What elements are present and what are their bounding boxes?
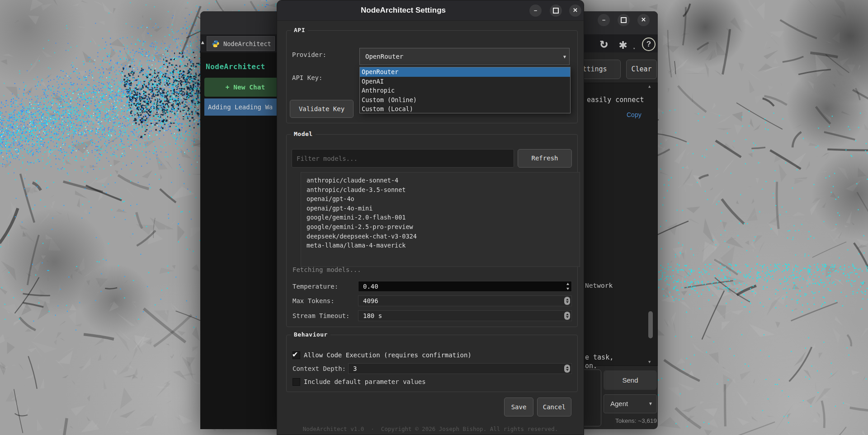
agent-mode-value: Agent bbox=[610, 400, 628, 407]
scroll-down-icon[interactable]: ▼ bbox=[648, 360, 651, 364]
minimize-button[interactable]: – bbox=[529, 5, 542, 17]
spinner-control[interactable] bbox=[564, 297, 570, 305]
provider-label: Provider: bbox=[292, 51, 326, 58]
fetching-status: Fetching models... bbox=[292, 266, 361, 273]
provider-value: OpenRouter bbox=[365, 48, 403, 65]
context-depth-value: 3 bbox=[353, 364, 357, 374]
allow-code-label: Allow Code Execution (requires confirmat… bbox=[304, 351, 472, 359]
api-section-legend: API bbox=[291, 27, 308, 33]
new-chat-button[interactable]: + New Chat bbox=[204, 78, 286, 97]
model-list-item[interactable]: google/gemini-2.5-pro-preview bbox=[307, 222, 580, 232]
sidebar-app-title: NodeArchitect bbox=[206, 62, 265, 71]
gear-dropdown-caret-icon[interactable]: ▾ bbox=[633, 46, 635, 51]
check-icon: ✔ bbox=[292, 349, 297, 359]
tab-scroll-marker-icon[interactable]: ▲ bbox=[201, 39, 204, 45]
include-defaults-label: Include default parameter values bbox=[304, 378, 426, 385]
chat-text-fragment: e task, bbox=[585, 353, 613, 361]
model-list-item[interactable]: deepseek/deepseek-chat-v3-0324 bbox=[307, 232, 580, 241]
max-tokens-input[interactable]: 4096 bbox=[358, 295, 572, 306]
max-tokens-label: Max Tokens: bbox=[292, 297, 335, 304]
chat-text-fragment: on. bbox=[585, 362, 597, 370]
chat-text-fragment: easily connect bbox=[587, 96, 644, 104]
save-button[interactable]: Save bbox=[504, 398, 533, 416]
python-logo-icon bbox=[212, 40, 220, 48]
chat-history-item[interactable]: Adding Leading Wa bbox=[204, 98, 286, 116]
maximize-icon bbox=[621, 17, 627, 23]
close-button[interactable]: ✕ bbox=[569, 5, 581, 17]
settings-dialog: NodeArchitect Settings – ✕ API Provider:… bbox=[277, 0, 584, 435]
scrollbar-thumb[interactable] bbox=[648, 311, 653, 338]
include-defaults-checkbox[interactable]: ✔ bbox=[292, 378, 300, 386]
gear-icon[interactable]: ✱ bbox=[619, 36, 627, 52]
provider-select[interactable]: OpenRouter ▼ bbox=[359, 48, 570, 65]
behaviour-section: Behaviour ✔ Allow Code Execution (requir… bbox=[286, 335, 578, 392]
maximize-button[interactable] bbox=[550, 5, 562, 17]
model-list-item[interactable]: openai/gpt-4o bbox=[307, 194, 580, 204]
api-key-label: API Key: bbox=[292, 74, 322, 81]
dialog-title: NodeArchitect Settings bbox=[277, 0, 529, 20]
minimize-button[interactable]: – bbox=[598, 14, 610, 26]
send-button[interactable]: Send bbox=[604, 370, 657, 390]
help-icon[interactable]: ? bbox=[642, 37, 656, 51]
validate-key-button[interactable]: Validate Key bbox=[290, 100, 354, 118]
spinner-control[interactable] bbox=[564, 365, 570, 373]
token-count: Tokens: ~3,619 bbox=[604, 417, 657, 424]
scroll-up-icon[interactable]: ▲ bbox=[648, 84, 651, 89]
refresh-button[interactable]: Refresh bbox=[518, 149, 572, 168]
model-list-item[interactable]: google/gemini-2.0-flash-001 bbox=[307, 213, 580, 222]
model-section-legend: Model bbox=[291, 131, 316, 137]
tab-nodearchitect[interactable]: NodeArchitect bbox=[207, 36, 275, 51]
max-tokens-value: 4096 bbox=[363, 296, 378, 306]
temperature-input[interactable]: 0.40 bbox=[358, 281, 572, 292]
model-list-item[interactable]: anthropic/claude-3.5-sonnet bbox=[307, 185, 580, 195]
provider-option[interactable]: Custom (Online) bbox=[360, 95, 570, 105]
sidebar: NodeArchitect + New Chat Adding Leading … bbox=[200, 52, 286, 429]
copy-link[interactable]: Copy bbox=[627, 111, 642, 118]
maximize-icon bbox=[553, 8, 559, 14]
cancel-button[interactable]: Cancel bbox=[537, 398, 571, 416]
chevron-down-icon: ▼ bbox=[563, 54, 566, 59]
chat-scrollbar[interactable]: ▲ ▼ bbox=[648, 84, 653, 364]
allow-code-checkbox[interactable]: ✔ bbox=[292, 351, 300, 359]
clear-button[interactable]: Clear bbox=[626, 60, 657, 79]
model-list-item[interactable]: anthropic/claude-sonnet-4 bbox=[307, 176, 580, 185]
model-list-item[interactable]: openai/gpt-4o-mini bbox=[307, 204, 580, 213]
agent-mode-select[interactable]: Agent ▼ bbox=[604, 394, 657, 413]
chevron-down-icon: ▼ bbox=[648, 395, 653, 413]
provider-option[interactable]: Custom (Local) bbox=[360, 104, 570, 114]
stream-timeout-value: 180 s bbox=[363, 311, 382, 321]
dialog-footer: NodeArchitect v1.0 · Copyright © 2026 Jo… bbox=[277, 426, 584, 432]
temperature-value: 0.40 bbox=[363, 281, 378, 291]
screen: – ✕ ▲ NodeArchitect ↻ ✱ ▾ ? NodeArchitec… bbox=[0, 0, 868, 435]
stream-timeout-input[interactable]: 180 s bbox=[358, 310, 572, 321]
context-depth-input[interactable]: 3 bbox=[348, 363, 572, 374]
behaviour-section-legend: Behaviour bbox=[291, 331, 330, 338]
model-section: Model Refresh anthropic/claude-sonnet-4a… bbox=[286, 134, 578, 327]
tab-label: NodeArchitect bbox=[223, 40, 271, 47]
provider-option[interactable]: Anthropic bbox=[360, 86, 570, 95]
model-list[interactable]: anthropic/claude-sonnet-4anthropic/claud… bbox=[301, 172, 580, 267]
provider-option[interactable]: OpenRouter bbox=[360, 67, 570, 77]
close-button[interactable]: ✕ bbox=[637, 14, 650, 26]
context-depth-label: Context Depth: bbox=[292, 365, 346, 372]
sync-icon[interactable]: ↻ bbox=[600, 35, 608, 51]
filter-models-input[interactable] bbox=[292, 149, 514, 168]
spinner-arrows[interactable] bbox=[566, 281, 569, 291]
spinner-control[interactable] bbox=[564, 312, 570, 320]
provider-options-popup: OpenRouterOpenAIAnthropicCustom (Online)… bbox=[359, 67, 571, 113]
maximize-button[interactable] bbox=[618, 14, 630, 26]
temperature-label: Temperature: bbox=[292, 283, 338, 290]
provider-option[interactable]: OpenAI bbox=[360, 77, 570, 86]
model-list-item[interactable]: meta-llama/llama-4-maverick bbox=[307, 241, 580, 250]
stream-timeout-label: Stream Timeout: bbox=[292, 312, 349, 319]
chat-text-fragment: Network bbox=[585, 282, 613, 289]
